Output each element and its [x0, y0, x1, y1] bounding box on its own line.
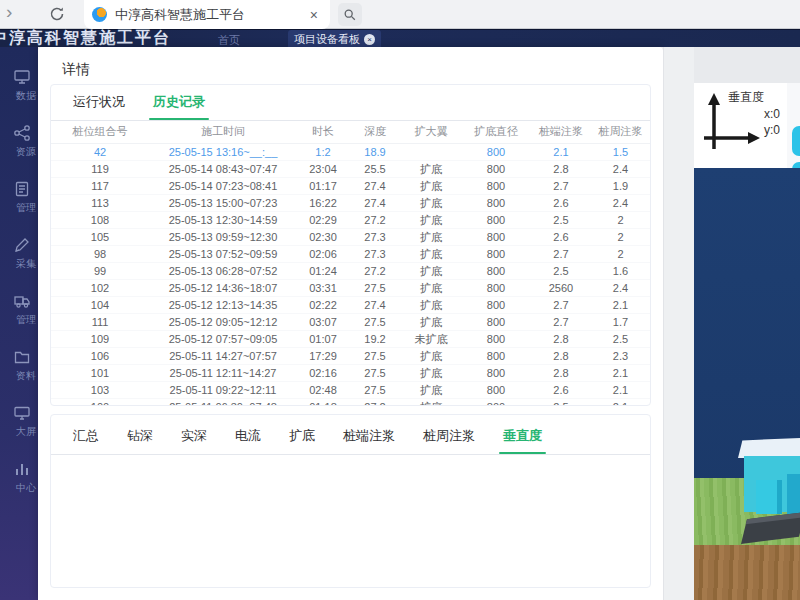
column-header: 桩端注浆: [531, 121, 591, 143]
scrollbar-gutter[interactable]: [663, 47, 694, 600]
table-cell: 800: [461, 143, 531, 160]
table-cell: 800: [461, 262, 531, 279]
share-nodes-icon: [13, 124, 31, 142]
table-row[interactable]: 10125-05-11 12:11~14:2702:1627.5扩底8002.8…: [51, 364, 650, 381]
table-cell: 01:18: [297, 398, 349, 406]
metric-tab-钻深[interactable]: 钻深: [115, 427, 165, 454]
table-cell: 02:30: [297, 228, 349, 245]
table-cell: 2.1: [591, 381, 650, 398]
table-row[interactable]: 10525-05-13 09:59~12:3002:3027.3扩底8002.6…: [51, 228, 650, 245]
scene-cabin: [756, 480, 782, 514]
tab-历史记录[interactable]: 历史记录: [141, 93, 217, 120]
tab-运行状况[interactable]: 运行状况: [61, 93, 137, 120]
table-cell: 108: [51, 211, 149, 228]
sidebar-item-数据[interactable]: 数据: [0, 57, 38, 113]
table-cell: 2.5: [591, 330, 650, 347]
table-cell: 800: [461, 364, 531, 381]
sidebar-item-管理[interactable]: 管理: [0, 169, 38, 225]
sidebar-item-管理[interactable]: 管理: [0, 281, 38, 337]
table-cell: 2.1: [591, 398, 650, 406]
metric-tab-垂直度[interactable]: 垂直度: [491, 427, 554, 454]
table-row[interactable]: 11925-05-14 08:43~07:4723:0425.5扩底8002.8…: [51, 160, 650, 177]
table-cell: 2.5: [531, 262, 591, 279]
table-cell: 2.1: [531, 143, 591, 160]
table-cell: 2.4: [591, 160, 650, 177]
table-row[interactable]: 11125-05-12 09:05~12:1203:0727.5扩底8002.7…: [51, 313, 650, 330]
metric-tab-桩端注浆[interactable]: 桩端注浆: [331, 427, 407, 454]
table-cell: 27.3: [349, 245, 401, 262]
sidebar-item-label: 数据: [16, 89, 36, 103]
table-row[interactable]: 9925-05-13 06:28~07:5201:2427.2扩底8002.51…: [51, 262, 650, 279]
table-row[interactable]: 10225-05-12 14:36~18:0703:3127.5扩底800256…: [51, 279, 650, 296]
table-cell: 23:04: [297, 160, 349, 177]
table-cell: 16:22: [297, 194, 349, 211]
table-cell: 113: [51, 194, 149, 211]
table-cell: 25-05-14 07:23~08:41: [149, 177, 297, 194]
sidebar-item-label: 管理: [16, 201, 36, 215]
monitor-icon: [13, 404, 31, 422]
detail-modal: 详情 运行状况历史记录 桩位组合号施工时间时长深度扩大翼扩底直径桩端注浆桩周注浆…: [38, 47, 663, 600]
table-row[interactable]: 10825-05-13 12:30~14:5902:2927.2扩底8002.5…: [51, 211, 650, 228]
table-cell: 100: [51, 398, 149, 406]
table-cell: 2.7: [531, 177, 591, 194]
browser-tab[interactable]: 中淳高科智慧施工平台 ×: [84, 0, 330, 29]
metric-tab-桩周注浆[interactable]: 桩周注浆: [411, 427, 487, 454]
tab-close-icon[interactable]: ×: [306, 7, 322, 23]
table-cell: 27.2: [349, 262, 401, 279]
table-cell: 111: [51, 313, 149, 330]
sidebar-item-资料[interactable]: 资料: [0, 337, 38, 393]
table-cell: 扩底: [401, 160, 461, 177]
history-tabs: 运行状况历史记录: [51, 85, 650, 121]
table-cell: 2.4: [591, 194, 650, 211]
table-cell: 25-05-13 09:59~12:30: [149, 228, 297, 245]
table-cell: 25-05-13 15:00~07:23: [149, 194, 297, 211]
table-row[interactable]: 10325-05-11 09:22~12:1102:4827.5扩底8002.6…: [51, 381, 650, 398]
table-cell: 800: [461, 398, 531, 406]
sidebar-item-采集[interactable]: 采集: [0, 225, 38, 281]
table-cell: 25-05-11 14:27~07:57: [149, 347, 297, 364]
table-cell: 02:06: [297, 245, 349, 262]
column-header: 扩底直径: [461, 121, 531, 143]
table-row[interactable]: 11725-05-14 07:23~08:4101:1727.4扩底8002.7…: [51, 177, 650, 194]
folder-icon: [13, 348, 31, 366]
table-cell: 2.6: [531, 381, 591, 398]
table-cell: 2.5: [531, 398, 591, 406]
reload-icon[interactable]: [48, 5, 66, 23]
table-cell: 扩底: [401, 177, 461, 194]
table-row[interactable]: 10025-05-11 06:30~07:4801:1827.2扩底8002.5…: [51, 398, 650, 406]
metric-tab-实深[interactable]: 实深: [169, 427, 219, 454]
search-button[interactable]: [338, 3, 362, 26]
metric-tab-汇总[interactable]: 汇总: [61, 427, 111, 454]
table-cell: 800: [461, 177, 531, 194]
sidebar: 数据资源管理采集管理资料大屏中心: [0, 47, 38, 600]
metric-tab-扩底[interactable]: 扩底: [277, 427, 327, 454]
sidebar-item-资源[interactable]: 资源: [0, 113, 38, 169]
table-row[interactable]: 11325-05-13 15:00~07:2316:2227.4扩底8002.6…: [51, 194, 650, 211]
metric-tab-电流[interactable]: 电流: [223, 427, 273, 454]
table-row[interactable]: 9825-05-13 07:52~09:5902:0627.3扩底8002.72: [51, 245, 650, 262]
table-cell: 117: [51, 177, 149, 194]
sidebar-item-中心[interactable]: 中心: [0, 449, 38, 505]
table-row[interactable]: 10625-05-11 14:27~07:5717:2927.5扩底8002.8…: [51, 347, 650, 364]
table-row[interactable]: 10425-05-12 12:13~14:3502:2227.4扩底8002.7…: [51, 296, 650, 313]
table-row[interactable]: 4225-05-15 13:16~__:__1:218.98002.11.5: [51, 143, 650, 160]
nav-item-home[interactable]: 首页: [218, 33, 240, 48]
table-cell: 扩底: [401, 313, 461, 330]
forward-icon[interactable]: ›: [6, 1, 12, 23]
sidebar-item-label: 采集: [16, 257, 36, 271]
sidebar-item-大屏[interactable]: 大屏: [0, 393, 38, 449]
nav-tab-close-icon[interactable]: ×: [364, 34, 375, 45]
table-cell: 01:17: [297, 177, 349, 194]
column-header: 桩周注浆: [591, 121, 650, 143]
table-cell: 2.7: [531, 296, 591, 313]
table-cell: 扩底: [401, 194, 461, 211]
table-cell: 98: [51, 245, 149, 262]
table-cell: 25-05-11 09:22~12:11: [149, 381, 297, 398]
browser-bar: › 中淳高科智慧施工平台 ×: [0, 0, 800, 29]
nav-item-project-dashboard[interactable]: 项目设备看板 ×: [288, 30, 381, 48]
table-row[interactable]: 10925-05-12 07:57~09:0501:0719.2未扩底8002.…: [51, 330, 650, 347]
table-cell: 27.5: [349, 279, 401, 296]
panel-toggle-button[interactable]: [792, 126, 800, 156]
3d-scene[interactable]: [694, 168, 800, 600]
table-cell: 02:48: [297, 381, 349, 398]
